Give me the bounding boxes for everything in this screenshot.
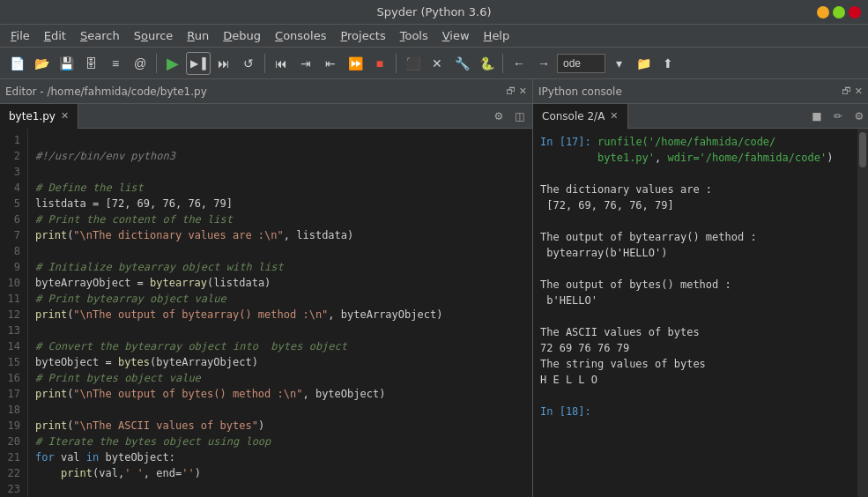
console-title: IPython console	[538, 85, 622, 98]
unindent-button[interactable]: ⇤	[319, 52, 342, 75]
main-area: Editor - /home/fahmida/code/byte1.py 🗗 ✕…	[0, 79, 868, 497]
save-all-button[interactable]: 🗄	[79, 52, 102, 75]
re-run-button[interactable]: ↺	[237, 52, 260, 75]
editor-tab-label: byte1.py	[9, 110, 56, 122]
open-dir-button[interactable]: 📁	[632, 52, 655, 75]
code-content[interactable]: #!/usr/bin/env python3 # Define the list…	[28, 129, 532, 497]
toolbar: 📄 📂 💾 🗄 ≡ @ ▶ ▶▐ ⏭ ↺ ⏮ ⇥ ⇤ ⏩ ■ ⬛ ✕ 🔧 🐍 ←…	[0, 48, 868, 79]
close-button[interactable]	[849, 6, 861, 19]
editor-split-icon[interactable]: ◫	[511, 108, 529, 125]
menu-file[interactable]: File	[4, 27, 37, 44]
console-blank-4	[540, 308, 850, 324]
indent-button[interactable]: ⇥	[294, 52, 317, 75]
console-header: IPython console 🗗 ✕	[533, 79, 868, 104]
open-file-button[interactable]: 📂	[30, 52, 53, 75]
editor-settings-icon[interactable]: ⚙	[490, 108, 508, 125]
browse-tabs-button[interactable]: ≡	[104, 52, 127, 75]
console-out-string-vals: H E L L O	[540, 372, 850, 388]
console-restore-icon[interactable]: 🗗	[842, 85, 851, 97]
code-input[interactable]	[557, 54, 605, 73]
new-file-button[interactable]: 📄	[5, 52, 28, 75]
console-out-bytearray-label: The output of bytearray() method :	[540, 229, 850, 245]
editor-tab-bar: byte1.py ✕ ⚙ ◫	[0, 104, 532, 129]
console-edit-icon[interactable]: ✏	[829, 108, 847, 125]
menu-run[interactable]: Run	[180, 27, 216, 44]
console-tab-close[interactable]: ✕	[610, 110, 618, 122]
window-controls[interactable]	[817, 6, 861, 19]
run-button[interactable]: ▶	[161, 52, 184, 75]
python-button[interactable]: 🐍	[475, 52, 498, 75]
console-tab-bar: Console 2/A ✕ ■ ✏ ⚙	[533, 104, 868, 129]
console-blank-3	[540, 261, 850, 277]
editor-tab-right-icons: ⚙ ◫	[490, 108, 529, 125]
console-flex: In [17]: runfile('/home/fahmida/code/ by…	[533, 129, 868, 497]
forward-button[interactable]: →	[532, 52, 555, 75]
console-line-1: In [17]: runfile('/home/fahmida/code/ by…	[540, 134, 850, 166]
console-header-icons: 🗗 ✕	[842, 85, 863, 97]
console-tab-right-icons: ■ ✏ ⚙	[808, 108, 868, 125]
console-tab-2a[interactable]: Console 2/A ✕	[533, 104, 628, 129]
editor-close-icon[interactable]: ✕	[519, 85, 527, 97]
next-button[interactable]: ⏩	[344, 52, 367, 75]
menu-view[interactable]: View	[435, 27, 477, 44]
console-out-string-label: The string values of bytes	[540, 356, 850, 372]
toolbar-separator-3	[396, 54, 397, 73]
editor-restore-icon[interactable]: 🗗	[506, 85, 516, 97]
maximize-button[interactable]	[833, 6, 845, 19]
console-settings-icon[interactable]: ⚙	[850, 108, 868, 125]
stop-button[interactable]: ■	[368, 52, 391, 75]
menu-projects[interactable]: Projects	[333, 27, 392, 44]
console-output: In [17]: runfile('/home/fahmida/code/ by…	[533, 129, 857, 497]
console-out-bytes-label: The output of bytes() method :	[540, 277, 850, 293]
first-button[interactable]: ⏮	[270, 52, 293, 75]
back-button[interactable]: ←	[508, 52, 530, 75]
console-out-bytes-val: b'HELLO'	[540, 293, 850, 308]
title-bar: Spyder (Python 3.6)	[0, 0, 868, 25]
menu-bar: File Edit Search Source Run Debug Consol…	[0, 25, 868, 48]
menu-consoles[interactable]: Consoles	[268, 27, 333, 44]
menu-source[interactable]: Source	[127, 27, 181, 44]
console-out-bytearray-val: bytearray(b'HELLO')	[540, 245, 850, 261]
menu-debug[interactable]: Debug	[216, 27, 268, 44]
minimize-button[interactable]	[817, 6, 829, 19]
up-button[interactable]: ⬆	[657, 52, 679, 75]
dropdown-button[interactable]: ▾	[607, 52, 630, 75]
code-area: 1 2 3 4 5 6 7 8 9 10 11 12 13 14 15 16 1…	[0, 129, 532, 497]
menu-search[interactable]: Search	[73, 27, 127, 44]
max-button[interactable]: ⬛	[401, 52, 424, 75]
console-out-ascii-vals: 72 69 76 76 79	[540, 340, 850, 356]
toolbar-separator-4	[502, 54, 503, 73]
console-stop-icon[interactable]: ■	[808, 108, 826, 125]
console-out-dict: The dictionary values are :	[540, 182, 850, 197]
window-title: Spyder (Python 3.6)	[377, 5, 492, 19]
menu-edit[interactable]: Edit	[37, 27, 73, 44]
console-scrollbar[interactable]	[857, 129, 868, 497]
toolbar-separator-2	[264, 54, 265, 73]
line-numbers: 1 2 3 4 5 6 7 8 9 10 11 12 13 14 15 16 1…	[0, 129, 28, 497]
find-button[interactable]: @	[129, 52, 152, 75]
run-cell-advance-button[interactable]: ⏭	[212, 52, 235, 75]
console-out-list: [72, 69, 76, 76, 79]	[540, 197, 850, 213]
console-tab-label: Console 2/A	[542, 110, 605, 122]
menu-help[interactable]: Help	[477, 27, 517, 44]
console-prompt-18: In [18]:	[540, 404, 850, 419]
toolbar-separator-1	[156, 54, 157, 73]
menu-tools[interactable]: Tools	[393, 27, 435, 44]
console-close-icon[interactable]: ✕	[855, 85, 863, 97]
console-panel: IPython console 🗗 ✕ Console 2/A ✕ ■ ✏ ⚙ …	[533, 79, 868, 497]
editor-header-icons: 🗗 ✕	[506, 85, 527, 97]
settings-button[interactable]: 🔧	[450, 52, 473, 75]
editor-header: Editor - /home/fahmida/code/byte1.py 🗗 ✕	[0, 79, 532, 104]
editor-tab-byte1[interactable]: byte1.py ✕	[0, 104, 78, 129]
console-blank-5	[540, 388, 850, 404]
float-button[interactable]: ✕	[426, 52, 449, 75]
console-blank-1	[540, 166, 850, 182]
editor-tab-close[interactable]: ✕	[61, 110, 69, 122]
editor-panel: Editor - /home/fahmida/code/byte1.py 🗗 ✕…	[0, 79, 533, 497]
console-out-ascii-label: The ASCII values of bytes	[540, 324, 850, 340]
editor-path: Editor - /home/fahmida/code/byte1.py	[5, 85, 207, 98]
run-cell-button[interactable]: ▶▐	[186, 52, 211, 75]
console-blank-2	[540, 213, 850, 229]
save-file-button[interactable]: 💾	[55, 52, 78, 75]
